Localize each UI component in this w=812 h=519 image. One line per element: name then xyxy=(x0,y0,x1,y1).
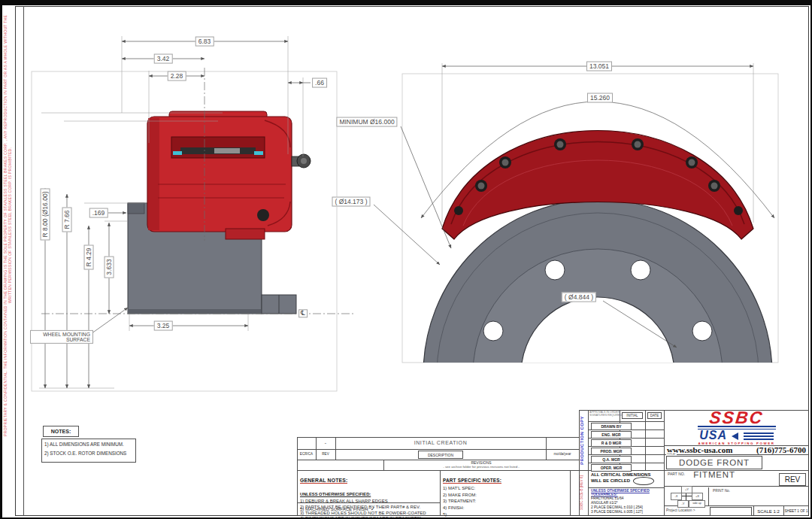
approvals-col-date: DATE xyxy=(647,412,662,419)
project-location-field xyxy=(710,507,752,516)
proprietary-notice: PROPRIETARY & CONFIDENTIAL: THE INFORMAT… xyxy=(3,9,13,442)
dim-radius-rotor: R 4.29 xyxy=(84,244,94,269)
website-text: www.ssbc-usa.com xyxy=(667,445,732,454)
logo-usa-row: USA xyxy=(664,430,809,441)
revisions-footer-note: - see archive folder for previous revisi… xyxy=(383,465,579,469)
logo-speed-lines xyxy=(744,432,774,440)
dim-offset: .66 xyxy=(312,78,327,88)
dim-rotor-band: 3.633 xyxy=(105,256,114,278)
axis-down-label: -Y xyxy=(677,500,689,508)
critical-dimensions-note: ALL CRITICAL DIMENSIONS WILL BE CIRCLED xyxy=(591,472,662,485)
dim-min-diameter: MINIMUM Ø16.000 xyxy=(336,117,397,127)
rev-box: REV xyxy=(779,473,806,486)
part-specific-notes: PART SPECIFIC NOTES: 1) MAT'L SPEC: 2) M… xyxy=(443,472,568,519)
sheet-label: SHEET 1 OF 1 xyxy=(783,507,809,516)
revisions-footer: REVISIONS - see archive folder for previ… xyxy=(383,460,579,469)
ssbc-logo: SSBC USA AMERICAN STOPPING POWER xyxy=(664,410,809,445)
logo-ssbc-text: SSBC xyxy=(663,410,810,426)
dim-inner-width: 2.28 xyxy=(168,71,186,81)
dim-radius-max: R 8.00 (Ø16.00) xyxy=(41,189,50,241)
general-notes-title: GENERAL NOTES: xyxy=(300,478,347,484)
dim-overall-width: 6.83 xyxy=(195,37,214,47)
tolerance-item: 3 PLACE DECIMAL ±.005 [.127] xyxy=(591,510,662,514)
dim-step: .169 xyxy=(89,208,108,218)
revision-description-value: INITIAL CREATION xyxy=(335,438,546,448)
axis-side-note: side up xyxy=(689,500,705,508)
general-note-item5: 5) MACHINED SURFACE FINISH: ✓ xyxy=(300,505,375,512)
title-label: TITLE: xyxy=(666,452,677,456)
approval-row-eng-mgr: ENG. MGR xyxy=(591,431,632,439)
part-note-item: 2) MAKE FROM: xyxy=(443,492,568,499)
drawing-title: DODGE FRONT FITMENT xyxy=(666,456,762,469)
approval-row-drawn-by: DRAWN BY xyxy=(591,423,632,430)
approval-row-prod-mgr: PROD. MGR xyxy=(591,448,632,455)
revision-mark: - xyxy=(317,438,335,448)
scale-label: SCALE 1:2 xyxy=(753,507,783,516)
print-no-label: PRINT No. xyxy=(713,489,730,493)
drawing-viewer: { "colors": { "caliper_red": "#c5262c", … xyxy=(0,0,812,519)
machined-finish-label: 5) MACHINED SURFACE FINISH: xyxy=(300,507,369,511)
dim-center-bore: ( Ø4.844 ) xyxy=(562,293,596,302)
contact-row: www.ssbc-usa.com (716)775-6700 xyxy=(664,445,809,454)
part-note-item: 1) MAT'L SPEC: xyxy=(443,485,568,492)
logo-usa-text: USA xyxy=(699,429,727,442)
dim-radius-outer: R 7.66 xyxy=(62,207,72,232)
logo-arrow-icon xyxy=(732,432,738,440)
letterbox-top xyxy=(0,0,812,5)
letterbox-left xyxy=(0,0,2,519)
dim-caliper-width: 13.051 xyxy=(586,62,612,71)
project-location-label: Project Location > xyxy=(666,508,695,512)
surface-finish-icon: ✓ xyxy=(371,505,376,512)
sheet-size-stamp: SSBC SIZE-B [REV 6] xyxy=(580,472,588,514)
col-rev: REV xyxy=(316,450,335,459)
wheel-mounting-surface-label: WHEEL MOUNTING SURFACE xyxy=(30,330,93,344)
dim-caliper-diameter: ( Ø14.173 ) xyxy=(332,197,371,207)
col-date: mo/da/year xyxy=(546,450,579,459)
dim-rotor-width: 3.25 xyxy=(154,321,173,331)
phone-text: (716)775-6700 xyxy=(756,445,806,454)
drawing-sheet: 6.83 3.42 2.28 .66 R 8.00 (Ø16.00) R 7.6… xyxy=(0,0,812,519)
dim-mid-width: 3.42 xyxy=(154,54,173,64)
dim-arc-length: 15.260 xyxy=(587,93,613,103)
approval-row-rd-mgr: R & D MGR xyxy=(591,439,632,447)
axis-right-label: +X xyxy=(692,493,703,500)
part-notes-title: PART SPECIFIC NOTES: xyxy=(443,478,501,484)
centerline-symbol: ℄ xyxy=(298,309,308,317)
critical-line2: WILL BE CIRCLED xyxy=(591,477,662,485)
approval-row-qa-mgr: Q.A. MGR xyxy=(591,456,632,463)
production-copy-stamp: PRODUCTION COPY xyxy=(580,411,588,469)
axis-up-label: +Y xyxy=(681,486,692,493)
approval-row-oper-mgr: OPER. MGR xyxy=(591,464,632,472)
approvals-col-initial: INITIAL xyxy=(622,412,643,419)
tolerances-block: UNLESS OTHERWISE SPECIFIED TOLERANCES: F… xyxy=(591,489,662,514)
general-notes-subtitle: UNLESS OTHERWISE SPECIFIED: xyxy=(300,492,371,496)
part-note-item: 3) TREATMENT: xyxy=(443,498,568,505)
axis-left-label: -X xyxy=(671,493,682,500)
circled-oval-icon xyxy=(633,477,654,485)
col-description: DESCRIPTION xyxy=(418,451,463,459)
general-note-item: 1) DEBURR & BREAK ALL SHARP EDGES xyxy=(300,499,438,505)
col-ecr-ca: ECR/CA xyxy=(297,450,316,459)
part-note-item: 4) FINISH: xyxy=(443,505,568,511)
frame-inner-line xyxy=(23,6,24,516)
part-no-label: PART NO. xyxy=(668,472,685,476)
